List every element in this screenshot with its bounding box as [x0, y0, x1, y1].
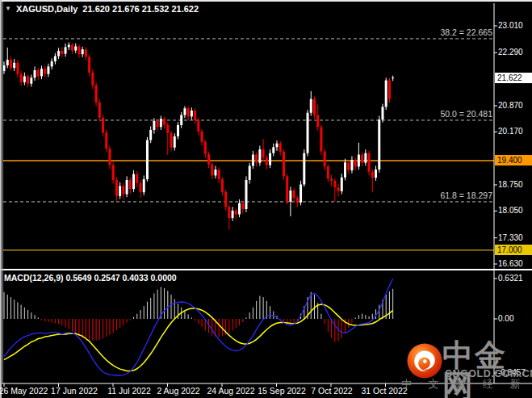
chart-title-bar: ▼ XAGUSD,Daily 21.620 21.676 21.532 21.6…: [5, 3, 199, 15]
price-tick-label: 23.010: [498, 21, 523, 30]
fib-level-label: 50.0 = 20.481: [440, 109, 492, 119]
date-tick-label: 26 May 2022: [0, 386, 48, 396]
date-tick-label: 15 Sep 2022: [258, 386, 306, 396]
price-tick-label: 22.290: [498, 48, 523, 57]
orange-level-badge: 19.400: [495, 155, 532, 165]
ohlc-readout: 21.620 21.676 21.532 21.622: [82, 4, 199, 14]
fib-level-label: 38.2 = 22.665: [440, 27, 492, 37]
macd-tick-label: 0.6321: [498, 274, 523, 283]
price-tick-label: 17.330: [498, 233, 523, 242]
macd-tick-label: -0.8457: [498, 368, 526, 377]
date-tick-label: 11 Jul 2022: [107, 386, 151, 396]
level-lines-layer: [3, 39, 494, 250]
current-price-badge: 21.622: [495, 73, 532, 83]
macd-tick-label: 0.00: [498, 314, 513, 323]
price-tick-label: 18.750: [498, 180, 523, 189]
symbol-timeframe-label: XAGUSD,Daily: [16, 4, 77, 14]
price-tick-label: 18.050: [498, 206, 523, 215]
date-tick-label: 17 Jun 2022: [51, 386, 98, 396]
date-tick-label: 24 Aug 2022: [207, 386, 255, 396]
macd-layer: [4, 279, 393, 375]
chart-window: ▼ XAGUSD,Daily 21.620 21.676 21.532 21.6…: [0, 0, 532, 398]
macd-indicator-label: MACD(12,26,9) 0.5649 0.2547 0.4033 0.000…: [4, 273, 177, 283]
price-tick-label: 20.170: [498, 127, 523, 136]
date-tick-label: 7 Oct 2022: [311, 386, 352, 396]
window-left-border: [0, 0, 2, 398]
gold-level-badge: 17.000: [495, 245, 532, 255]
window-top-border: [0, 0, 532, 2]
date-tick-label: 2 Aug 2022: [157, 386, 199, 396]
price-tick-label: 16.630: [498, 259, 523, 268]
fib-level-label: 61.8 = 18.297: [440, 191, 492, 200]
price-tick-label: 20.870: [498, 101, 523, 110]
date-tick-label: 31 Oct 2022: [361, 386, 407, 396]
chevron-down-icon[interactable]: ▼: [5, 5, 11, 13]
